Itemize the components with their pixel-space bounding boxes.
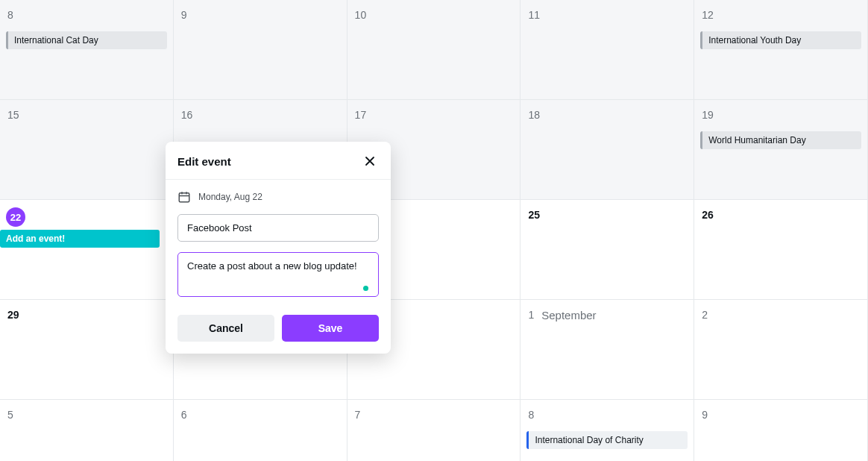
day-number: 25	[526, 206, 541, 224]
calendar-event[interactable]: International Cat Day	[6, 31, 167, 49]
svg-rect-0	[179, 193, 189, 202]
calendar-cell[interactable]: 18	[521, 100, 694, 200]
day-number: 17	[353, 106, 368, 124]
today-badge: 22	[6, 207, 25, 227]
calendar-cell[interactable]: 5	[0, 400, 174, 461]
calendar-cell[interactable]: 26	[694, 200, 868, 300]
event-description-input[interactable]	[177, 252, 379, 297]
day-number: 8	[526, 406, 535, 424]
popover-title: Edit event	[177, 155, 231, 168]
day-number: 2	[700, 306, 709, 324]
calendar-cell[interactable]: 19World Humanitarian Day	[694, 100, 868, 200]
calendar-event[interactable]: World Humanitarian Day	[700, 131, 861, 149]
day-number: 18	[526, 106, 541, 124]
event-date-text: Monday, Aug 22	[198, 192, 262, 202]
month-label: September	[541, 309, 596, 322]
day-number: 16	[180, 106, 195, 124]
day-number: 12	[700, 6, 715, 24]
day-number: 6	[180, 406, 189, 424]
calendar-cell[interactable]: 15	[0, 100, 174, 200]
calendar-cell[interactable]: 29	[0, 300, 174, 400]
event-name-input[interactable]	[177, 214, 379, 242]
event-date-row[interactable]: Monday, Aug 22	[177, 190, 379, 204]
day-number: 7	[353, 406, 362, 424]
save-button[interactable]: Save	[282, 315, 379, 342]
day-number: 1	[526, 306, 535, 324]
calendar-cell[interactable]: 25	[521, 200, 694, 300]
day-number: 19	[700, 106, 715, 124]
edit-event-popover: Edit event Monday, Aug 22 Cancel Save	[166, 142, 391, 354]
calendar-cell[interactable]: 10	[347, 0, 521, 100]
day-number: 29	[6, 306, 21, 324]
calendar-event[interactable]: International Youth Day	[700, 31, 861, 49]
day-number: 11	[526, 6, 541, 24]
calendar-cell[interactable]: 2	[694, 300, 868, 400]
selection-indicator	[363, 286, 368, 291]
day-number: 5	[6, 406, 15, 424]
day-number: 8	[6, 6, 15, 24]
calendar-cell[interactable]: 22Add an event!	[0, 200, 174, 300]
calendar-cell[interactable]: 1September	[521, 300, 694, 400]
day-number: 10	[353, 6, 368, 24]
day-number: 9	[700, 406, 709, 424]
calendar-cell[interactable]: 9	[174, 0, 347, 100]
calendar-cell[interactable]: 11	[521, 0, 694, 100]
calendar-cell[interactable]: 7	[347, 400, 521, 461]
calendar-cell[interactable]: 12International Youth Day	[694, 0, 868, 100]
calendar-icon	[177, 190, 191, 204]
day-number: 9	[180, 6, 189, 24]
calendar-cell[interactable]: 6	[174, 400, 347, 461]
calendar-cell[interactable]: 8International Cat Day	[0, 0, 174, 100]
add-event-bar[interactable]: Add an event!	[0, 230, 160, 248]
calendar-cell[interactable]: 8International Day of Charity	[521, 400, 694, 461]
close-button[interactable]	[361, 152, 379, 170]
day-number: 26	[700, 206, 715, 224]
close-icon	[364, 155, 376, 167]
calendar-event[interactable]: International Day of Charity	[526, 431, 688, 449]
cancel-button[interactable]: Cancel	[177, 315, 274, 342]
calendar-cell[interactable]: 9	[694, 400, 868, 461]
day-number: 15	[6, 106, 21, 124]
